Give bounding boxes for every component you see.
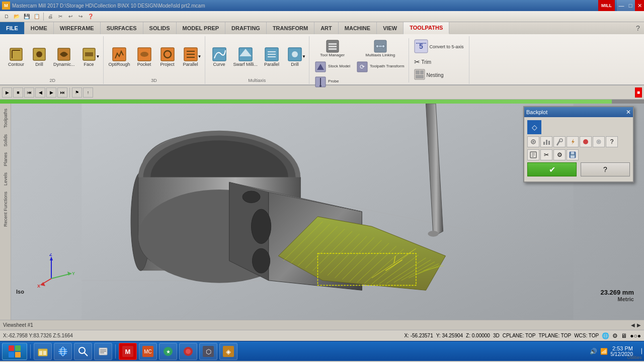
taskbar-file-explorer[interactable] — [34, 343, 52, 360]
tab-drafting[interactable]: DRAFTING — [225, 22, 267, 34]
tab-solids[interactable]: SOLIDS — [143, 22, 177, 34]
tb-flag[interactable]: ⚑ — [72, 87, 82, 98]
taskbar-show-desktop[interactable]: ▕ — [638, 348, 642, 354]
btn-toolpath-transform[interactable]: ⟳ Toolpath Transform — [354, 60, 406, 74]
bp-icon-help[interactable]: ? — [606, 136, 618, 147]
qa-redo[interactable]: ↪ — [76, 12, 85, 21]
tab-transform[interactable]: TRANSFORM — [267, 22, 314, 34]
qa-save[interactable]: 💾 — [22, 12, 31, 21]
btn-dynamic[interactable]: Dynamic... — [51, 45, 77, 68]
btn-face[interactable]: Face ▼ — [78, 45, 100, 68]
tb-prev[interactable]: ◀ — [35, 87, 45, 98]
tb-sep — [69, 87, 70, 98]
btn-nesting[interactable]: Nesting — [412, 68, 466, 82]
qa-print[interactable]: 🖨 — [46, 12, 55, 21]
btn-parallel[interactable]: Parallel ▼ — [180, 45, 202, 68]
tb-play[interactable]: ▶ — [2, 87, 12, 98]
taskbar-search[interactable] — [74, 343, 92, 360]
taskbar-browser[interactable] — [54, 343, 72, 360]
minimize-button[interactable]: — — [617, 0, 626, 11]
btn-tool-manager[interactable]: Tool Manager — [312, 38, 352, 59]
btn-trim[interactable]: ✂ Trim — [412, 57, 466, 67]
tb-stop[interactable]: ■ — [13, 87, 23, 98]
qa-help[interactable]: ❓ — [86, 12, 95, 21]
btn-convert-to-5axis[interactable]: 5 Convert to 5-axis — [412, 38, 466, 56]
backplot-help-btn[interactable]: ? — [581, 162, 630, 176]
sidebar-solids[interactable]: Solids — [2, 132, 9, 149]
start-button[interactable] — [2, 343, 27, 360]
bp-icon-circle-red[interactable] — [580, 136, 592, 147]
qa-save-all[interactable]: 📋 — [32, 12, 41, 21]
bp-icon-tool[interactable] — [553, 136, 566, 147]
btn-probe[interactable]: Probe — [312, 75, 352, 89]
tab-modelprep[interactable]: MODEL PREP — [177, 22, 226, 34]
btn-stock-model[interactable]: Stock Model — [312, 60, 352, 74]
qa-undo[interactable]: ↩ — [66, 12, 75, 21]
viewport[interactable]: Z Y X Iso 23.269 mm Metric Backplot ✕ — [11, 104, 644, 320]
taskbar-mastercam[interactable]: M — [119, 343, 137, 360]
tb-next[interactable]: ▶ — [46, 87, 56, 98]
btn-project[interactable]: Project — [156, 45, 179, 68]
tab-surfaces[interactable]: SURFACES — [101, 22, 143, 34]
bp-icon-bar-chart[interactable] — [540, 136, 552, 147]
bp-icon-edit[interactable] — [527, 149, 539, 160]
tab-machine[interactable]: MACHINE — [339, 22, 377, 34]
qa-cut[interactable]: ✂ — [56, 12, 65, 21]
btn-parallel-multi[interactable]: Parallel — [261, 45, 283, 68]
maximize-button[interactable]: □ — [626, 0, 635, 11]
btn-optirough[interactable]: OptiRough — [107, 45, 132, 68]
ribbon-help-icon[interactable]: ? — [632, 22, 644, 34]
btn-curve[interactable]: Curve — [208, 45, 230, 68]
tab-art[interactable]: ART — [314, 22, 339, 34]
btn-drill-multi[interactable]: Drill ▼ — [284, 45, 306, 68]
bp-icon-save[interactable] — [567, 149, 579, 160]
status-globe-icon[interactable]: 🌐 — [602, 332, 609, 339]
tab-wireframe[interactable]: WIREFRAME — [54, 22, 101, 34]
bp-icon-lightning[interactable] — [567, 136, 579, 147]
face-dropdown-icon[interactable]: ▼ — [96, 45, 100, 68]
backplot-ok-btn[interactable]: ✔ — [527, 162, 577, 176]
parallel-dropdown-icon[interactable]: ▼ — [198, 45, 202, 68]
bp-icon-cut2[interactable]: ✂ — [540, 149, 552, 160]
sidebar-levels[interactable]: Levels — [2, 170, 9, 188]
status-display-icon[interactable]: 🖥 — [621, 332, 627, 339]
qa-open[interactable]: 📂 — [12, 12, 21, 21]
tb-ff[interactable]: ⏭ — [57, 87, 67, 98]
btn-multiaxis-linking[interactable]: Multiaxis Linking — [354, 38, 406, 59]
sidebar-recent[interactable]: Recent Functions — [2, 190, 9, 229]
tab-file[interactable]: FILE — [0, 22, 25, 34]
scroll-right-btn[interactable]: ▶ — [637, 322, 641, 328]
tab-home[interactable]: HOME — [25, 22, 54, 34]
svg-text:◈: ◈ — [226, 348, 231, 355]
taskbar-files[interactable] — [94, 343, 112, 360]
status-settings-icon[interactable]: ⚙ — [612, 332, 618, 339]
bp-icon-star[interactable] — [593, 136, 605, 147]
close-button[interactable]: ✕ — [635, 0, 644, 11]
tb-rewind[interactable]: ⏮ — [24, 87, 34, 98]
viewsheet-label[interactable]: Viewsheet #1 — [3, 322, 33, 328]
sidebar-planes[interactable]: Planes — [2, 150, 9, 168]
taskbar-app4[interactable] — [179, 343, 197, 360]
sidebar-toolpaths[interactable]: Toolpaths — [2, 107, 9, 130]
btn-drill[interactable]: Drill — [28, 45, 50, 68]
tb-stop-red[interactable]: ■ — [635, 87, 642, 98]
status-circle-icons[interactable]: ●○● — [630, 332, 641, 339]
taskbar-app3[interactable]: ★ — [159, 343, 177, 360]
tab-toolpaths[interactable]: TOOLPATHS — [404, 22, 449, 34]
btn-contour[interactable]: Contour — [5, 45, 27, 68]
taskbar-app5[interactable]: ⬡ — [199, 343, 217, 360]
btn-pocket[interactable]: Pocket — [133, 45, 155, 68]
taskbar-app6[interactable]: ◈ — [219, 343, 237, 360]
tb-up[interactable]: ↑ — [83, 87, 93, 98]
drill-multi-dropdown-icon[interactable]: ▼ — [302, 45, 306, 68]
backplot-blue-diamond[interactable]: ◇ — [527, 120, 541, 134]
tab-view[interactable]: VIEW — [377, 22, 404, 34]
utilities-col1: Tool Manager Stock Model Probe — [312, 38, 352, 89]
btn-swarf[interactable]: Swarf Milli... — [231, 45, 260, 68]
backplot-close-btn[interactable]: ✕ — [626, 109, 631, 116]
taskbar-app2[interactable]: MC — [139, 343, 157, 360]
scroll-left-btn[interactable]: ◀ — [631, 322, 635, 328]
bp-icon-settings[interactable] — [527, 136, 539, 147]
qa-new[interactable]: 🗋 — [2, 12, 11, 21]
bp-icon-gear2[interactable]: ⚙ — [553, 149, 566, 160]
